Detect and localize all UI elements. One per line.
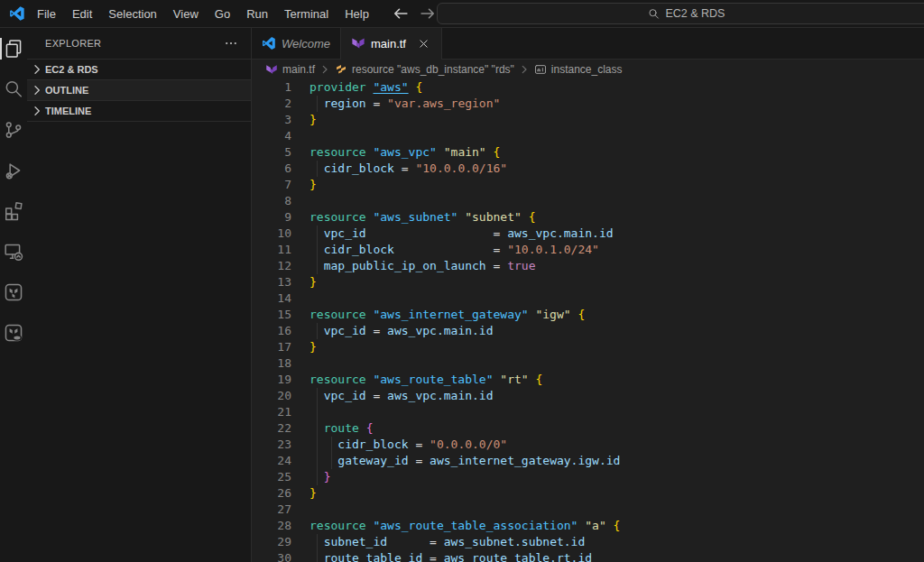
code-line[interactable]: 28resource "aws_route_table_association"… [252,518,924,534]
code-line-text[interactable] [310,193,924,209]
code-line-text[interactable] [310,290,924,307]
source-control-icon[interactable] [3,119,24,141]
code-line[interactable]: 23 cidr_block = "0.0.0.0/0" [252,437,924,453]
hcp-terraform-icon[interactable] [3,322,24,344]
symbol-property-icon [534,63,547,76]
extensions-icon[interactable] [3,200,24,222]
code-line-text[interactable]: } [310,274,924,290]
chevron-right-icon [30,62,44,77]
code-line[interactable]: 14 [252,290,924,307]
tab-welcome[interactable]: Welcome [252,28,341,59]
code-line[interactable]: 17} [252,339,924,355]
tab-main-tf[interactable]: main.tf [341,28,442,59]
menu-selection[interactable]: Selection [100,1,164,27]
run-debug-icon[interactable] [3,160,24,181]
code-line[interactable]: 7} [252,177,924,193]
code-line[interactable]: 2 region = "var.aws_region" [252,96,924,112]
command-center-search[interactable]: EC2 & RDS [437,3,924,24]
code-line-text[interactable]: vpc_id = aws_vpc.main.id [310,226,924,242]
code-line-text[interactable]: route_table_id = aws_route_table.rt.id [310,550,924,562]
code-line[interactable]: 9resource "aws_subnet" "subnet" { [252,209,924,226]
code-line[interactable]: 13} [252,274,924,290]
explorer-icon[interactable] [3,38,24,60]
section-outline[interactable]: OUTLINE [27,79,251,100]
code-line-text[interactable]: route { [310,420,924,437]
code-line-text[interactable]: } [310,469,924,485]
code-line-text[interactable]: provider "aws" { [310,79,924,96]
code-line-text[interactable] [310,128,924,144]
code-editor[interactable]: 1provider "aws" {2 region = "var.aws_reg… [252,79,924,562]
code-line[interactable]: 3} [252,112,924,128]
code-line[interactable]: 11 cidr_block = "10.0.1.0/24" [252,242,924,258]
breadcrumb-item[interactable]: main.tf [265,63,315,76]
code-line[interactable]: 4 [252,128,924,144]
menu-terminal[interactable]: Terminal [276,1,337,27]
breadcrumb-item[interactable]: resource "aws_db_instance" "rds" [335,63,514,76]
menu-run[interactable]: Run [238,1,276,27]
code-line[interactable]: 8 [252,193,924,209]
search-label: EC2 & RDS [665,7,725,20]
code-line-text[interactable]: resource "aws_route_table_association" "… [310,518,924,534]
code-line-text[interactable]: cidr_block = "10.0.1.0/24" [310,242,924,258]
code-line-text[interactable]: } [310,339,924,355]
code-line[interactable]: 26} [252,485,924,502]
code-line[interactable]: 25 } [252,469,924,485]
code-line[interactable]: 16 vpc_id = aws_vpc.main.id [252,323,924,339]
code-line[interactable]: 12 map_public_ip_on_launch = true [252,258,924,274]
more-actions-icon[interactable] [224,36,238,51]
code-line-text[interactable]: resource "aws_vpc" "main" { [310,144,924,161]
code-line-text[interactable]: subnet_id = aws_subnet.subnet.id [310,534,924,550]
code-line-text[interactable]: } [310,485,924,502]
code-line[interactable]: 15resource "aws_internet_gateway" "igw" … [252,307,924,323]
editor-group: Welcomemain.tf main.tfresource "aws_db_i… [252,28,924,562]
code-line-text[interactable]: resource "aws_internet_gateway" "igw" { [310,307,924,323]
code-line[interactable]: 5resource "aws_vpc" "main" { [252,144,924,161]
code-line[interactable]: 10 vpc_id = aws_vpc.main.id [252,226,924,242]
code-line[interactable]: 6 cidr_block = "10.0.0.0/16" [252,161,924,177]
line-number: 6 [252,161,291,177]
code-line[interactable]: 27 [252,502,924,518]
search-icon[interactable] [3,78,24,100]
line-number: 27 [252,502,291,518]
code-line-text[interactable]: vpc_id = aws_vpc.main.id [310,388,924,404]
code-line[interactable]: 24 gateway_id = aws_internet_gateway.igw… [252,453,924,469]
tab-label: Welcome [282,37,330,51]
code-line[interactable]: 19resource "aws_route_table" "rt" { [252,372,924,388]
code-line-text[interactable]: cidr_block = "0.0.0.0/0" [310,437,924,453]
history-back-button[interactable] [392,5,410,23]
section-ec2-rds[interactable]: EC2 & RDS [27,59,251,79]
code-line[interactable]: 18 [252,355,924,372]
code-line[interactable]: 29 subnet_id = aws_subnet.subnet.id [252,534,924,550]
code-line[interactable]: 21 [252,404,924,420]
code-line-text[interactable]: cidr_block = "10.0.0.0/16" [310,161,924,177]
menu-help[interactable]: Help [337,1,377,27]
code-line[interactable]: 1provider "aws" { [252,79,924,96]
history-forward-button[interactable] [419,5,437,23]
code-line-text[interactable]: } [310,177,924,193]
code-line-text[interactable]: map_public_ip_on_launch = true [310,258,924,274]
code-line-text[interactable]: } [310,112,924,128]
menu-go[interactable]: Go [207,1,238,27]
code-line-text[interactable]: vpc_id = aws_vpc.main.id [310,323,924,339]
line-number: 10 [252,226,291,242]
menu-view[interactable]: View [165,1,207,27]
code-line-text[interactable]: gateway_id = aws_internet_gateway.igw.id [310,453,924,469]
remote-explorer-icon[interactable] [3,241,24,263]
code-line[interactable]: 20 vpc_id = aws_vpc.main.id [252,388,924,404]
menu-edit[interactable]: Edit [64,1,100,27]
code-line-text[interactable]: region = "var.aws_region" [310,96,924,112]
code-line-text[interactable] [310,404,924,420]
code-line-text[interactable] [310,355,924,372]
terraform-icon[interactable] [3,281,24,303]
code-line-text[interactable]: resource "aws_subnet" "subnet" { [310,209,924,226]
code-line-text[interactable]: resource "aws_route_table" "rt" { [310,372,924,388]
section-timeline[interactable]: TIMELINE [27,100,251,121]
close-icon[interactable] [417,36,431,51]
line-number: 11 [252,242,291,258]
breadcrumb-item[interactable]: instance_class [534,63,623,76]
code-line[interactable]: 22 route { [252,420,924,437]
code-line[interactable]: 30 route_table_id = aws_route_table.rt.i… [252,550,924,562]
code-line-text[interactable] [310,502,924,518]
vscode-logo-icon [262,36,276,51]
menu-file[interactable]: File [29,1,64,27]
